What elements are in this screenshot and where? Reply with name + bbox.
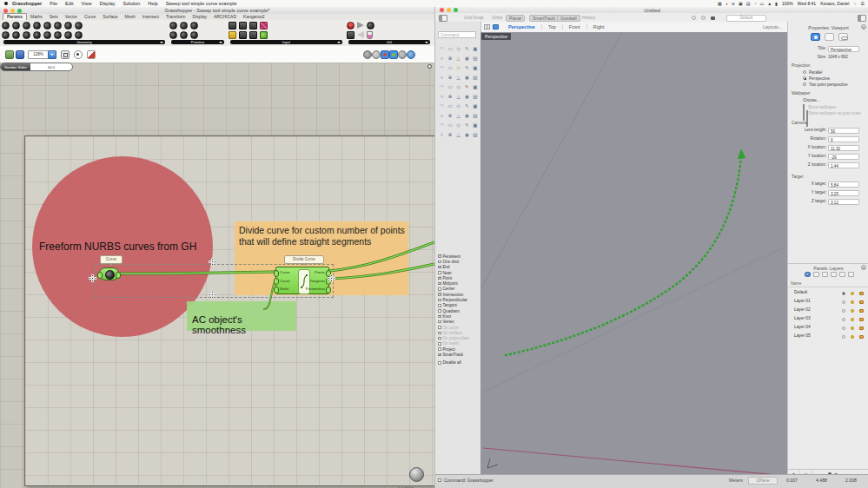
tab-params[interactable]: Params [3, 13, 27, 20]
viewport-tab-perspective[interactable]: Perspective [502, 24, 541, 30]
panel-gear-icon[interactable] [861, 24, 866, 30]
tool-icon[interactable]: ▤ [471, 131, 479, 139]
menu-item-display[interactable]: Display [99, 1, 115, 6]
osnap-checkbox[interactable] [438, 287, 441, 291]
battery-icon[interactable]: ▮ [775, 1, 778, 6]
spotlight-icon[interactable]: ○ [853, 1, 856, 6]
current-layer-marker[interactable] [842, 326, 845, 330]
viewport-properties-tab[interactable] [811, 33, 820, 41]
tool-icon[interactable]: ◇ [454, 83, 462, 91]
command-input[interactable] [438, 31, 476, 38]
target-z-target--field[interactable]: 3.12 [828, 199, 859, 205]
layer-row-layer-01[interactable]: Layer 01 [788, 298, 868, 307]
tab-maths[interactable]: Maths [27, 14, 46, 20]
toolbar-grid-snap[interactable]: Grid Snap [464, 15, 484, 20]
tool-icon[interactable]: ▤ [471, 55, 479, 63]
apple-icon[interactable] [4, 2, 8, 5]
tab-surface[interactable]: Surface [99, 14, 121, 20]
tool-icon[interactable]: ✎ [463, 45, 471, 53]
tool-icon[interactable]: ◇ [454, 45, 462, 53]
tool-icon[interactable]: ⊕ [447, 93, 454, 101]
tool-icon[interactable]: ○ [438, 131, 446, 139]
knob-component-icon[interactable] [54, 31, 62, 39]
slider-knob[interactable] [427, 64, 432, 69]
toolbar-smarttrack[interactable]: SmartTrack [529, 15, 559, 22]
slab-component-icon[interactable] [239, 22, 247, 30]
tool-icon[interactable]: ◉ [463, 112, 471, 120]
layer-lock-icon[interactable] [859, 335, 864, 339]
yellow-component-icon[interactable] [229, 31, 236, 39]
preview-icon[interactable] [74, 50, 83, 59]
layer-visibility-bulb-icon[interactable] [851, 335, 854, 339]
perspective-viewport[interactable]: Perspective [480, 32, 787, 474]
grasshopper-canvas[interactable]: Freeform NURBS curves from GH Divide cur… [0, 63, 434, 488]
link-properties-tab[interactable] [838, 33, 848, 41]
airplay-icon[interactable]: ▭ [760, 1, 765, 6]
layer-visibility-bulb-icon[interactable] [851, 300, 854, 304]
input-nub[interactable] [97, 272, 103, 279]
layer-row-default[interactable]: Default [788, 289, 868, 298]
tool-icon[interactable]: ◠ [438, 102, 446, 110]
osnap-checkbox[interactable] [438, 266, 441, 269]
knob-component-icon[interactable] [180, 22, 188, 30]
preview-shaded-icon[interactable] [381, 50, 389, 59]
menu-item-help[interactable]: Help [148, 1, 157, 6]
wifi-icon[interactable]: ▲ [767, 1, 772, 6]
tool-icon[interactable]: ○ [438, 93, 446, 101]
tool-icon[interactable]: ⊕ [447, 112, 454, 120]
time-machine-icon[interactable]: ◔ [754, 1, 757, 6]
osnap-checkbox[interactable] [438, 254, 441, 258]
layers-settings-icon[interactable] [805, 272, 811, 277]
layers-name-column-header[interactable]: Name [791, 281, 801, 286]
layer-row-layer-03[interactable]: Layer 03 [788, 315, 868, 324]
preview-wire-icon[interactable] [389, 50, 398, 59]
tool-icon[interactable]: ○ [438, 74, 446, 82]
wallpaper-checkbox[interactable] [803, 104, 805, 121]
tool-icon[interactable]: △ [454, 131, 462, 139]
palette-group-label[interactable]: Geometry [3, 40, 165, 44]
knob-component-icon[interactable] [33, 31, 41, 39]
knob-component-icon[interactable] [75, 31, 83, 39]
zoom-dropdown-button[interactable] [48, 50, 56, 59]
viewport-grid-icon[interactable] [484, 24, 490, 30]
input-nub[interactable] [274, 270, 279, 277]
tab-sets[interactable]: Sets [46, 14, 62, 20]
curve-param-component[interactable] [99, 267, 119, 280]
slab-component-icon[interactable] [239, 31, 247, 39]
filter-icon[interactable] [701, 16, 706, 20]
green-component-icon[interactable] [260, 31, 268, 39]
slab-component-icon[interactable] [249, 31, 257, 39]
current-layer-marker[interactable] [842, 292, 845, 295]
viewport-tab-right[interactable]: Right [586, 24, 611, 30]
osnap-checkbox[interactable] [438, 320, 441, 324]
tab-transform[interactable]: Transform [162, 14, 189, 20]
tool-icon[interactable]: ◠ [438, 122, 446, 129]
slab-component-icon[interactable] [229, 22, 236, 30]
web-icon[interactable] [407, 50, 415, 59]
tool-icon[interactable]: ▭ [447, 122, 454, 129]
tab-curve[interactable]: Curve [81, 14, 99, 20]
osnap-checkbox[interactable] [438, 277, 441, 280]
tool-icon[interactable]: ◠ [438, 64, 446, 72]
knob-component-icon[interactable] [190, 31, 198, 39]
knob-component-icon[interactable] [180, 31, 188, 39]
tool-icon[interactable]: ▭ [447, 102, 454, 110]
tool-icon[interactable]: ◉ [463, 74, 471, 82]
tool-icon[interactable]: ▣ [471, 102, 479, 110]
tool-icon[interactable]: ▭ [447, 45, 454, 53]
slab-component-icon[interactable] [347, 31, 354, 39]
menu-item-file[interactable]: File [50, 1, 57, 6]
tool-icon[interactable]: ◇ [454, 122, 462, 129]
osnap-checkbox[interactable] [438, 260, 441, 264]
duplicate-layer-icon[interactable] [831, 272, 837, 277]
tool-icon[interactable]: ◇ [454, 102, 462, 110]
settings-icon[interactable] [372, 50, 381, 59]
tool-icon[interactable]: △ [454, 112, 462, 120]
tab-mesh[interactable]: Mesh [121, 14, 138, 20]
osnap-checkbox[interactable] [438, 293, 441, 296]
tool-icon[interactable]: ○ [438, 55, 446, 63]
tab-display[interactable]: Display [189, 14, 210, 20]
divide-curve-component[interactable]: CurveCountKinks PointsTangentsParameters [275, 267, 329, 294]
panel-toggle-icon[interactable] [858, 15, 866, 22]
viewport-tab-front[interactable]: Front [562, 24, 586, 30]
